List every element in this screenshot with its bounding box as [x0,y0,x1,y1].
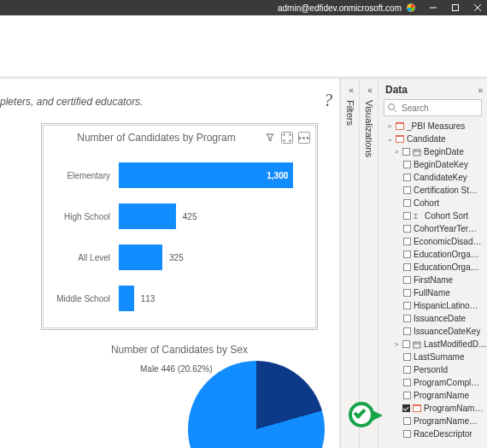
field-checkbox[interactable] [403,289,411,297]
field-educationorga-[interactable]: EducationOrga… [382,261,487,274]
bar-row: Middle School113 [52,278,307,319]
calendar-icon [413,148,421,156]
data-pane-title: Data [385,84,408,96]
field-name: Cohort [414,198,439,208]
field-certification-st-[interactable]: Certification St… [382,184,487,197]
field-firstname[interactable]: FirstName [382,274,487,286]
field-cohort[interactable]: Cohort [382,197,487,209]
bar-row: Elementary1,300 [52,155,307,196]
minimize-button[interactable] [429,3,437,12]
expand-visualizations-icon[interactable]: « [367,85,370,95]
account-email: admin@edfidev.onmicrosoft.com [278,3,402,13]
bar-chart-visual[interactable]: Number of Candidates by Program ••• Elem… [43,125,316,328]
field-checkbox[interactable] [403,315,411,322]
field-checkbox[interactable] [403,186,411,194]
field-name: Cohort Sort [425,211,468,221]
field-checkbox[interactable] [403,174,411,181]
field-cohortyearter-[interactable]: CohortYearTer… [382,222,487,235]
filters-pane-collapsed[interactable]: « Filters [340,79,359,448]
field-checkbox[interactable] [402,340,410,348]
help-icon[interactable]: ? [324,91,332,110]
svg-point-4 [389,104,395,110]
account-avatar-icon [407,3,415,12]
field-checkbox[interactable] [402,404,410,412]
report-canvas[interactable]: ? es, program completers, and certified … [0,79,340,448]
field-checkbox[interactable] [403,430,411,438]
bar[interactable]: 425 [119,203,176,229]
field-issuancedate[interactable]: IssuanceDate [382,312,487,325]
field-name: EconomicDisad… [414,237,481,246]
field-candidatekey[interactable]: CandidateKey [382,171,487,184]
search-input[interactable] [384,99,482,116]
field-begindatekey[interactable]: BeginDateKey [382,158,487,171]
field-programname-[interactable]: ProgramName … [382,402,487,415]
field-checkbox[interactable] [403,238,411,245]
field-checkbox[interactable] [402,148,410,156]
visualizations-label[interactable]: Visualizations [364,100,374,157]
table-candidate[interactable]: ⌄Candidate [382,133,487,145]
field-checkbox[interactable] [403,366,411,374]
field-educationorga-[interactable]: EducationOrga… [382,248,487,261]
table-pbi-measures[interactable]: >_PBI Measures [382,120,487,133]
field-hispaniclatino-[interactable]: HispanicLatino… [382,299,487,312]
field-name: ProgramName [414,391,469,400]
field-checkbox[interactable] [403,276,411,284]
field-issuancedatekey[interactable]: IssuanceDateKey [382,325,487,338]
field-name: BeginDateKey [414,160,468,169]
field-name: RaceDescriptor [414,429,472,439]
chevron-icon[interactable]: > [393,340,400,348]
field-fullname[interactable]: FullName [382,286,487,299]
focus-mode-icon[interactable] [281,132,293,144]
chevron-icon[interactable]: > [386,122,393,130]
field-name: ProgramCompl… [414,378,479,387]
filters-label[interactable]: Filters [345,100,355,126]
filter-icon[interactable] [264,132,276,144]
hierarchy-begindate[interactable]: >BeginDate [382,145,487,158]
bar[interactable]: 325 [119,245,162,270]
pie-chart-visual[interactable]: Male 446 (20.62%) [43,361,316,433]
field-lastsurname[interactable]: LastSurname [382,351,487,363]
expand-filters-icon[interactable]: « [349,85,351,95]
chevron-icon[interactable]: ⌄ [386,135,393,143]
field-personid[interactable]: PersonId [382,363,487,376]
bar[interactable]: 113 [119,286,134,311]
field-programname-[interactable]: ProgramName… [382,415,487,427]
field-name: EducationOrga… [414,250,479,259]
bar-value-label: 1,300 [267,171,288,180]
field-lastmodifiedd-[interactable]: >LastModifiedD… [382,338,487,351]
field-checkbox[interactable] [403,251,411,258]
close-button[interactable] [473,3,482,12]
field-checkbox[interactable] [403,353,411,361]
bar[interactable]: 1,300 [119,162,293,188]
field-checkbox[interactable] [403,212,411,220]
data-pane: Data » >_PBI Measures⌄Candidate>BeginDat… [378,79,487,448]
field-name: IssuanceDateKey [414,327,480,336]
field-checkbox[interactable] [403,199,411,207]
field-checkbox[interactable] [403,225,411,233]
bar-row: All Level325 [52,237,307,278]
field-checkbox[interactable] [403,379,411,386]
field-checkbox[interactable] [403,302,411,309]
field-checkbox[interactable] [403,161,411,168]
collapse-data-icon[interactable]: » [478,85,480,95]
visualizations-pane-collapsed[interactable]: « Visualizations [359,79,378,448]
field-checkbox[interactable] [403,327,411,335]
field-checkbox[interactable] [403,417,411,425]
bar-value-label: 113 [141,294,155,304]
field-programname[interactable]: ProgramName [382,389,487,402]
field-racedescriptor[interactable]: RaceDescriptor [382,427,487,440]
field-programcompl-[interactable]: ProgramCompl… [382,376,487,389]
chevron-icon[interactable]: > [393,148,400,156]
more-options-icon[interactable]: ••• [298,132,310,144]
field-cohort-sort[interactable]: ΣCohort Sort [382,209,487,222]
coach-mark[interactable] [349,402,374,427]
field-checkbox[interactable] [403,263,411,271]
field-checkbox[interactable] [403,392,411,399]
restore-button[interactable] [451,3,460,12]
account-indicator[interactable]: admin@edfidev.onmicrosoft.com [278,3,415,13]
ribbon [0,15,487,79]
field-name: Candidate [407,134,446,144]
field-name: CohortYearTer… [414,224,477,233]
field-economicdisad-[interactable]: EconomicDisad… [382,235,487,248]
svg-line-5 [394,109,396,112]
